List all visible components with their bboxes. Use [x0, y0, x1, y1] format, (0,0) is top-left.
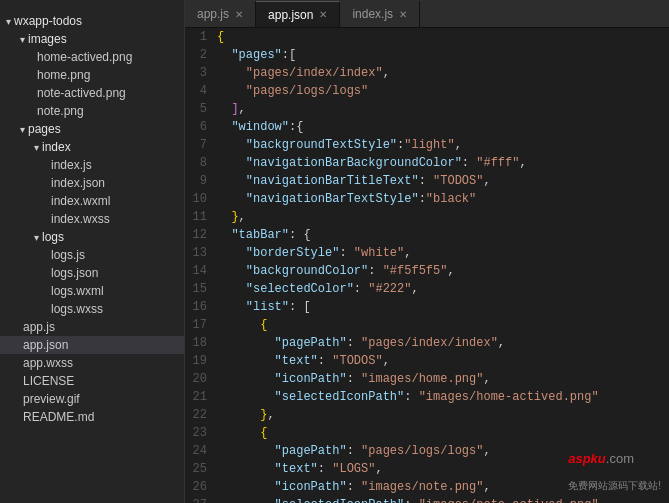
sidebar-item-README.md[interactable]: README.md [0, 408, 184, 426]
line-content: "backgroundTextStyle":"light", [217, 136, 669, 154]
sidebar-item-logs.json[interactable]: logs.json [0, 264, 184, 282]
folder-label: logs [42, 230, 64, 244]
line-number: 20 [185, 370, 217, 388]
line-number: 9 [185, 172, 217, 190]
line-number: 12 [185, 226, 217, 244]
sidebar-item-logs.wxss[interactable]: logs.wxss [0, 300, 184, 318]
line-content: "iconPath": "images/home.png", [217, 370, 669, 388]
code-line-7: 7 "backgroundTextStyle":"light", [185, 136, 669, 154]
line-number: 3 [185, 64, 217, 82]
line-number: 5 [185, 100, 217, 118]
chevron-icon: ▾ [6, 16, 11, 27]
line-content: "navigationBarTextStyle":"black" [217, 190, 669, 208]
sidebar-item-note-actived.png[interactable]: note-actived.png [0, 84, 184, 102]
code-line-12: 12 "tabBar": { [185, 226, 669, 244]
sidebar-item-logs.wxml[interactable]: logs.wxml [0, 282, 184, 300]
line-content: "navigationBarBackgroundColor": "#fff", [217, 154, 669, 172]
chevron-icon: ▾ [34, 232, 39, 243]
code-line-19: 19 "text": "TODOS", [185, 352, 669, 370]
sidebar-item-app.wxss[interactable]: app.wxss [0, 354, 184, 372]
tab-app.js[interactable]: app.js✕ [185, 1, 256, 27]
line-number: 1 [185, 28, 217, 46]
sidebar-item-pages[interactable]: ▾pages [0, 120, 184, 138]
sidebar-item-index-folder[interactable]: ▾index [0, 138, 184, 156]
file-label: home.png [37, 68, 90, 82]
code-line-20: 20 "iconPath": "images/home.png", [185, 370, 669, 388]
line-content: "backgroundColor": "#f5f5f5", [217, 262, 669, 280]
file-label: index.wxss [51, 212, 110, 226]
file-label: app.js [23, 320, 55, 334]
line-content: "iconPath": "images/note.png", [217, 478, 669, 496]
file-label: app.wxss [23, 356, 73, 370]
sidebar-item-app.json[interactable]: app.json [0, 336, 184, 354]
code-line-17: 17 { [185, 316, 669, 334]
line-number: 16 [185, 298, 217, 316]
line-content: "navigationBarTitleText": "TODOS", [217, 172, 669, 190]
sidebar: ▾wxapp-todos▾images home-actived.png hom… [0, 0, 185, 503]
code-line-21: 21 "selectedIconPath": "images/home-acti… [185, 388, 669, 406]
code-line-9: 9 "navigationBarTitleText": "TODOS", [185, 172, 669, 190]
line-number: 19 [185, 352, 217, 370]
line-content: "window":{ [217, 118, 669, 136]
line-content: "selectedColor": "#222", [217, 280, 669, 298]
line-content: "pagePath": "pages/logs/logs", [217, 442, 669, 460]
line-number: 18 [185, 334, 217, 352]
line-number: 27 [185, 496, 217, 503]
line-content: "pagePath": "pages/index/index", [217, 334, 669, 352]
line-number: 26 [185, 478, 217, 496]
chevron-icon: ▾ [20, 124, 25, 135]
tab-close-icon[interactable]: ✕ [235, 9, 243, 20]
code-line-10: 10 "navigationBarTextStyle":"black" [185, 190, 669, 208]
line-content: "pages":[ [217, 46, 669, 64]
file-label: logs.wxss [51, 302, 103, 316]
chevron-icon: ▾ [34, 142, 39, 153]
line-number: 8 [185, 154, 217, 172]
line-content: "text": "LOGS", [217, 460, 669, 478]
line-content: }, [217, 208, 669, 226]
code-line-4: 4 "pages/logs/logs" [185, 82, 669, 100]
code-line-8: 8 "navigationBarBackgroundColor": "#fff"… [185, 154, 669, 172]
tab-close-icon[interactable]: ✕ [319, 9, 327, 20]
line-number: 2 [185, 46, 217, 64]
line-number: 23 [185, 424, 217, 442]
sidebar-item-note.png[interactable]: note.png [0, 102, 184, 120]
code-line-24: 24 "pagePath": "pages/logs/logs", [185, 442, 669, 460]
tab-index.js[interactable]: index.js✕ [340, 1, 420, 27]
sidebar-item-home.png[interactable]: home.png [0, 66, 184, 84]
file-label: home-actived.png [37, 50, 132, 64]
folder-label: images [28, 32, 67, 46]
file-label: index.wxml [51, 194, 110, 208]
tab-label: app.json [268, 8, 313, 22]
line-number: 10 [185, 190, 217, 208]
line-content: "borderStyle": "white", [217, 244, 669, 262]
folder-label: pages [28, 122, 61, 136]
sidebar-item-root[interactable]: ▾wxapp-todos [0, 12, 184, 30]
sidebar-item-logs.js[interactable]: logs.js [0, 246, 184, 264]
sidebar-item-app.js[interactable]: app.js [0, 318, 184, 336]
file-label: note.png [37, 104, 84, 118]
line-content: "pages/index/index", [217, 64, 669, 82]
line-content: "selectedIconPath": "images/note-actived… [217, 496, 669, 503]
sidebar-item-index.wxss[interactable]: index.wxss [0, 210, 184, 228]
main-editor: app.js✕app.json✕index.js✕ 1{2 "pages":[3… [185, 0, 669, 503]
tab-close-icon[interactable]: ✕ [399, 9, 407, 20]
code-line-6: 6 "window":{ [185, 118, 669, 136]
sidebar-item-index.wxml[interactable]: index.wxml [0, 192, 184, 210]
sidebar-item-LICENSE[interactable]: LICENSE [0, 372, 184, 390]
sidebar-item-index.js[interactable]: index.js [0, 156, 184, 174]
sidebar-item-images[interactable]: ▾images [0, 30, 184, 48]
sidebar-item-preview.gif[interactable]: preview.gif [0, 390, 184, 408]
code-line-23: 23 { [185, 424, 669, 442]
file-label: note-actived.png [37, 86, 126, 100]
tab-app.json[interactable]: app.json✕ [256, 1, 340, 27]
line-number: 22 [185, 406, 217, 424]
code-line-1: 1{ [185, 28, 669, 46]
code-line-27: 27 "selectedIconPath": "images/note-acti… [185, 496, 669, 503]
sidebar-item-home-actived.png[interactable]: home-actived.png [0, 48, 184, 66]
tab-label: app.js [197, 7, 229, 21]
code-line-14: 14 "backgroundColor": "#f5f5f5", [185, 262, 669, 280]
sidebar-item-index.json[interactable]: index.json [0, 174, 184, 192]
sidebar-section-label [0, 0, 184, 12]
sidebar-item-logs-folder[interactable]: ▾logs [0, 228, 184, 246]
file-label: README.md [23, 410, 94, 424]
